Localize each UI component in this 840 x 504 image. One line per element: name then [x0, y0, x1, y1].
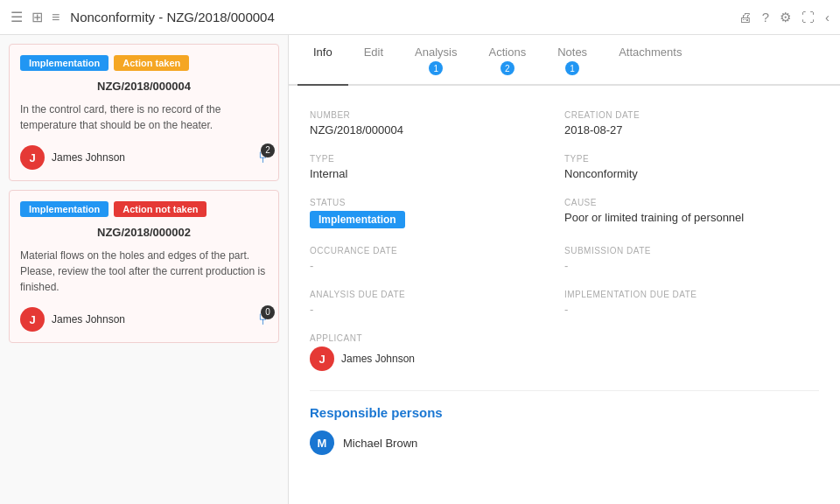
branch-count-2: 0: [261, 305, 275, 319]
right-panel: Info Edit Analysis 1 Actions 2 Notes 1 A…: [289, 35, 840, 504]
main-layout: Implementation Action taken NZG/2018/000…: [0, 35, 840, 504]
top-bar-icons: 🖨 ? ⚙ ⛶ ‹: [738, 10, 830, 25]
cell-analysis-due: ANALYSIS DUE DATE -: [310, 281, 564, 325]
grid-icon[interactable]: ⊞: [32, 9, 43, 25]
card-2-badges: Implementation Action not taken: [20, 201, 268, 217]
cell-cause: CAUSE Poor or limited training of person…: [564, 189, 819, 237]
applicant-user: J James Johnson: [310, 346, 819, 371]
card-1-user: J James Johnson: [20, 145, 125, 170]
occurrence-value: -: [310, 259, 564, 272]
responsible-title: Responsible persons: [310, 405, 819, 420]
tab-actions-badge: 2: [500, 61, 514, 75]
implementation-due-label: IMPLEMENTATION DUE DATE: [564, 290, 819, 299]
badge-action-not-taken: Action not taken: [114, 201, 206, 217]
card-1-number: NZG/2018/000004: [20, 80, 268, 93]
status-badge: Implementation: [310, 211, 405, 228]
tab-info[interactable]: Info: [298, 35, 348, 86]
cell-applicant: APPLICANT J James Johnson: [310, 325, 819, 380]
submission-label: SUBMISSION DATE: [564, 246, 819, 256]
card-2[interactable]: Implementation Action not taken NZG/2018…: [9, 190, 279, 343]
type-label-1: TYPE: [310, 154, 564, 164]
person-avatar-michael: M: [310, 430, 334, 455]
menu-icon[interactable]: ≡: [52, 10, 60, 25]
tab-attachments[interactable]: Attachments: [603, 35, 697, 84]
cause-label: CAUSE: [564, 198, 819, 207]
type-value-2: Nonconformity: [564, 167, 819, 180]
back-icon[interactable]: ‹: [825, 10, 830, 24]
applicant-label: APPLICANT: [310, 333, 819, 343]
cell-submission: SUBMISSION DATE -: [564, 237, 819, 281]
tab-analysis[interactable]: Analysis 1: [399, 35, 472, 84]
applicant-avatar: J: [310, 346, 334, 371]
badge-implementation-1: Implementation: [20, 55, 108, 71]
person-name-michael: Michael Brown: [343, 437, 417, 450]
card-1[interactable]: Implementation Action taken NZG/2018/000…: [9, 44, 279, 181]
submission-value: -: [564, 259, 819, 272]
left-panel: Implementation Action taken NZG/2018/000…: [0, 35, 289, 504]
number-label: NUMBER: [310, 110, 564, 120]
card-1-badges: Implementation Action taken: [20, 55, 268, 71]
cell-creation-date: CREATION DATE 2018-08-27: [564, 102, 819, 145]
cell-type-1: TYPE Internal: [310, 145, 564, 189]
number-value: NZG/2018/000004: [310, 123, 564, 136]
cell-status: STATUS Implementation: [310, 189, 564, 237]
settings-icon[interactable]: ⚙: [780, 10, 791, 25]
cell-number: NUMBER NZG/2018/000004: [310, 102, 564, 145]
creation-date-label: CREATION DATE: [564, 110, 819, 120]
type-label-2: TYPE: [564, 154, 819, 164]
print-icon[interactable]: 🖨: [738, 10, 752, 24]
tab-notes[interactable]: Notes 1: [542, 35, 603, 84]
creation-date-value: 2018-08-27: [564, 123, 819, 136]
status-label: STATUS: [310, 198, 564, 207]
card-2-avatar: J: [20, 307, 45, 332]
cell-implementation-due: IMPLEMENTATION DUE DATE -: [564, 281, 819, 325]
card-1-username: James Johnson: [52, 151, 125, 164]
occurrence-label: OCCURANCE DATE: [310, 246, 564, 256]
status-value: Implementation: [310, 211, 564, 228]
implementation-due-value: -: [564, 303, 819, 316]
cell-occurrence: OCCURANCE DATE -: [310, 237, 564, 281]
type-value-1: Internal: [310, 167, 564, 180]
applicant-name: James Johnson: [341, 353, 415, 365]
branch-count-1: 2: [261, 144, 275, 158]
card-2-user: J James Johnson: [20, 307, 125, 332]
card-1-description: In the control card, there is no record …: [20, 102, 268, 133]
cell-type-2: TYPE Nonconformity: [564, 145, 819, 189]
tab-notes-badge: 1: [565, 61, 579, 75]
fullscreen-icon[interactable]: ⛶: [802, 10, 815, 24]
top-bar: ☰ ⊞ ≡ Nonconformity - NZG/2018/000004 🖨 …: [0, 0, 840, 35]
card-2-branch: ⑂ 0: [258, 311, 268, 329]
tab-analysis-badge: 1: [429, 61, 443, 75]
section-divider: [310, 390, 819, 391]
card-2-description: Material flows on the holes and edges of…: [20, 248, 268, 295]
badge-implementation-2: Implementation: [20, 201, 108, 217]
help-icon[interactable]: ?: [762, 10, 769, 24]
content-area: NUMBER NZG/2018/000004 CREATION DATE 201…: [289, 86, 840, 504]
analysis-due-label: ANALYSIS DUE DATE: [310, 290, 564, 299]
page-title: Nonconformity - NZG/2018/000004: [60, 10, 738, 24]
card-2-footer: J James Johnson ⑂ 0: [20, 307, 268, 332]
card-2-number: NZG/2018/000002: [20, 226, 268, 239]
responsible-section: Responsible persons M Michael Brown: [310, 405, 819, 455]
tab-edit[interactable]: Edit: [348, 35, 399, 84]
badge-action-taken: Action taken: [114, 55, 189, 71]
card-1-branch: ⑂ 2: [258, 149, 268, 167]
info-grid: NUMBER NZG/2018/000004 CREATION DATE 201…: [310, 102, 819, 380]
tabs-bar: Info Edit Analysis 1 Actions 2 Notes 1 A…: [289, 35, 840, 86]
filter-icon[interactable]: ☰: [10, 9, 23, 25]
cause-value: Poor or limited training of personnel: [564, 211, 819, 224]
top-bar-left: ☰ ⊞ ≡: [10, 9, 60, 25]
person-row-michael: M Michael Brown: [310, 430, 819, 455]
card-1-avatar: J: [20, 145, 45, 170]
card-1-footer: J James Johnson ⑂ 2: [20, 145, 268, 170]
tab-actions[interactable]: Actions 2: [473, 35, 542, 84]
analysis-due-value: -: [310, 303, 564, 316]
card-2-username: James Johnson: [52, 313, 125, 326]
